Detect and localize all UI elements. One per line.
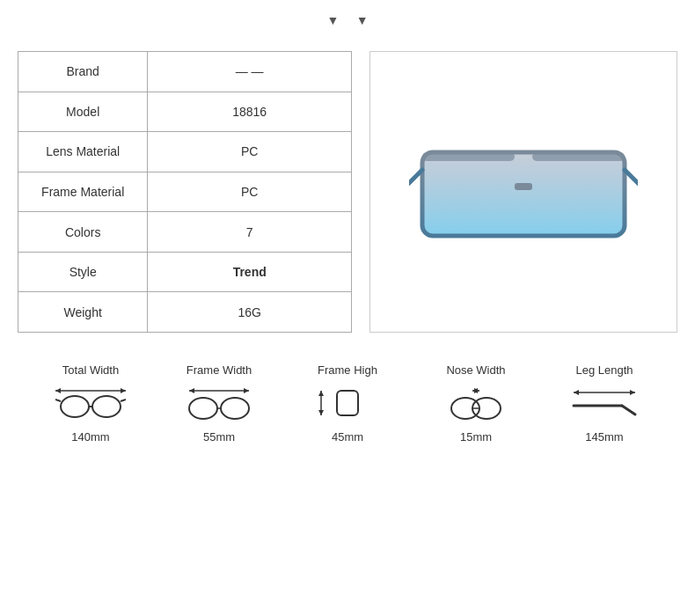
leg-length-icon [569,384,640,423]
table-value: 16G [148,292,352,333]
svg-marker-22 [318,391,324,396]
svg-point-15 [221,398,249,419]
svg-rect-1 [515,183,532,190]
measurements-section: Total Width 140mmFrame Width 55mmFrame H… [0,346,695,452]
table-row: Colors 7 [18,212,352,253]
table-label: Colors [18,212,148,253]
nose-width-icon [441,384,511,423]
table-label: Weight [18,292,148,333]
table-label: Style [18,252,148,292]
measure-nose-width: Nose Width 15mm [428,363,524,444]
svg-marker-13 [121,388,126,393]
product-info-header: ▼ ▼ [0,0,695,38]
table-label: Brand [18,52,148,92]
table-value: 7 [148,212,352,253]
table-row: Weight 16G [18,292,352,333]
measure-value: 55mm [203,430,235,444]
svg-line-31 [622,406,635,414]
measure-label: Frame Width [187,363,252,377]
product-image-box [369,51,677,333]
measure-label: Nose Width [446,363,505,377]
table-value: PC [148,132,352,172]
table-value: Trend [148,252,352,292]
product-image [409,104,638,280]
svg-marker-23 [318,410,324,415]
table-value: 18816 [148,92,352,132]
table-row: Brand — — [18,52,352,92]
measure-label: Leg Length [575,363,633,377]
measure-value: 145mm [585,430,623,444]
svg-rect-5 [532,152,625,161]
svg-point-14 [189,398,217,419]
svg-point-6 [61,396,89,417]
measure-label: Frame High [318,363,377,377]
frame-high-icon [312,384,383,423]
svg-marker-18 [189,388,194,393]
measure-value: 140mm [71,430,109,444]
svg-marker-12 [55,388,61,393]
svg-point-7 [92,396,121,417]
table-label: Lens Material [18,132,148,172]
table-row: Lens Material PC [18,132,352,172]
measure-value: 45mm [332,430,363,444]
product-info-table: Brand — — Model 18816 Lens Material PC F… [18,51,352,333]
svg-rect-20 [337,391,358,415]
frame-width-icon [184,384,254,423]
header-left-arrow: ▼ [326,13,346,27]
main-content: Brand — — Model 18816 Lens Material PC F… [0,38,695,341]
measure-value: 15mm [460,430,492,444]
table-label: Frame Material [18,172,148,212]
table-value: PC [148,172,352,212]
svg-marker-34 [630,390,635,395]
measure-leg-length: Leg Length 145mm [556,363,653,444]
svg-rect-4 [422,152,515,161]
table-row: Model 18816 [18,92,352,132]
svg-rect-0 [422,152,625,236]
table-value: — — [148,52,352,92]
svg-marker-19 [244,388,249,393]
svg-marker-33 [574,390,579,395]
total-width-icon [55,384,126,423]
header-right-arrow: ▼ [349,13,369,27]
table-row: Style Trend [18,252,352,292]
measure-total-width: Total Width 140mm [42,363,139,444]
measure-label: Total Width [62,363,119,377]
measure-frame-width: Frame Width 55mm [171,363,267,444]
measure-frame-high: Frame High 45mm [299,363,396,444]
table-row: Frame Material PC [18,172,352,212]
table-label: Model [18,92,148,132]
svg-line-10 [121,400,126,401]
svg-line-9 [55,400,61,401]
